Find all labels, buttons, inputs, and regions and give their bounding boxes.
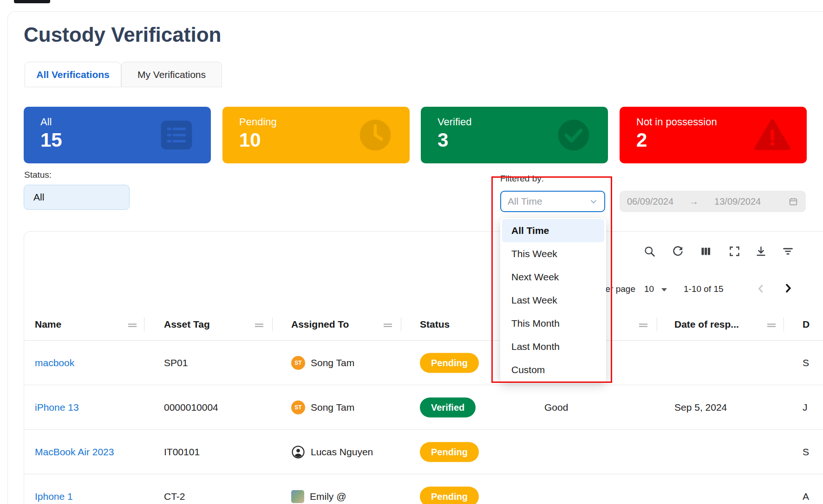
asset-tag-cell: CT-2 bbox=[164, 491, 185, 502]
date-to-value: 13/09/2024 bbox=[714, 196, 761, 207]
previous-page-icon[interactable] bbox=[754, 282, 767, 295]
table-row: iPhone 13 0000010004 ST Song Tam Verifie… bbox=[24, 385, 823, 430]
assigned-to-cell: Lucas Nguyen bbox=[291, 445, 373, 459]
filtered-by-value: All Time bbox=[508, 196, 542, 207]
date-from-value: 06/09/2024 bbox=[627, 196, 673, 207]
stat-card-pending[interactable]: Pending 10 bbox=[222, 107, 410, 163]
status-filter-value: All bbox=[33, 192, 44, 203]
person-icon bbox=[291, 445, 305, 459]
tab-all-verifications[interactable]: All Verifications bbox=[25, 62, 121, 87]
stat-label: Pending bbox=[239, 116, 277, 128]
menu-item-next-week[interactable]: Next Week bbox=[500, 265, 606, 289]
status-badge: Pending bbox=[420, 353, 479, 373]
column-header-status[interactable]: Status bbox=[420, 319, 450, 330]
status-badge: Pending bbox=[420, 442, 479, 462]
date-of-response-cell: Sep 5, 2024 bbox=[674, 402, 727, 413]
truncated-cell: S bbox=[803, 357, 809, 368]
stat-value: 3 bbox=[438, 129, 448, 151]
stat-card-verified[interactable]: Verified 3 bbox=[421, 107, 608, 163]
filter-icon[interactable] bbox=[782, 245, 794, 258]
download-icon[interactable] bbox=[755, 245, 767, 258]
status-cell: Verified bbox=[420, 397, 476, 417]
filtered-by-select[interactable]: All Time bbox=[500, 191, 605, 212]
assigned-to-cell: ST Song Tam bbox=[291, 401, 354, 414]
chevron-down-icon bbox=[588, 196, 599, 207]
column-header-name[interactable]: Name bbox=[35, 319, 61, 330]
search-icon[interactable] bbox=[643, 245, 656, 258]
check-circle-icon bbox=[555, 116, 592, 154]
avatar: ST bbox=[291, 401, 305, 414]
table-row: macbook SP01 ST Song Tam Pending S bbox=[24, 341, 823, 385]
date-range-picker[interactable]: 06/09/2024 → 13/09/2024 bbox=[620, 191, 806, 212]
asset-tag-cell: IT00101 bbox=[164, 446, 200, 458]
assigned-to-name: Song Tam bbox=[311, 357, 354, 368]
stat-card-all[interactable]: All 15 bbox=[24, 107, 211, 163]
assigned-to-name: Lucas Nguyen bbox=[311, 446, 373, 458]
column-divider bbox=[784, 317, 784, 331]
screen-edge-artifact bbox=[14, 0, 50, 3]
column-resize-handle-icon[interactable] bbox=[638, 322, 648, 327]
menu-item-all-time[interactable]: All Time bbox=[502, 219, 604, 242]
stat-value: 15 bbox=[40, 129, 62, 151]
pagination-range: 1-10 of 15 bbox=[684, 284, 724, 294]
page-title: Custody Verification bbox=[24, 23, 221, 46]
column-divider bbox=[657, 317, 657, 331]
assigned-to-cell: ST Song Tam bbox=[291, 356, 354, 370]
stat-value: 2 bbox=[636, 129, 647, 151]
table-row: MacBook Air 2023 IT00101 Lucas Nguyen Pe… bbox=[24, 430, 823, 474]
calendar-icon bbox=[788, 196, 798, 207]
assigned-to-cell: Emily @ bbox=[291, 490, 346, 503]
asset-name-link[interactable]: Iphone 1 bbox=[35, 491, 73, 502]
column-header-asset-tag[interactable]: Asset Tag bbox=[164, 319, 210, 330]
date-range-arrow: → bbox=[689, 196, 699, 207]
table-header-row: Name Asset Tag Assigned To Status Date o… bbox=[24, 308, 823, 341]
truncated-cell: S bbox=[803, 446, 809, 458]
column-divider bbox=[401, 317, 401, 331]
menu-item-this-month[interactable]: This Month bbox=[500, 312, 606, 335]
truncated-cell: A bbox=[803, 491, 809, 502]
asset-name-link[interactable]: iPhone 13 bbox=[35, 402, 79, 413]
avatar: ST bbox=[291, 356, 305, 370]
columns-icon[interactable] bbox=[699, 245, 712, 258]
table-row: Iphone 1 CT-2 Emily @ Pending A bbox=[24, 474, 823, 504]
refresh-icon[interactable] bbox=[672, 245, 684, 258]
asset-name-link[interactable]: macbook bbox=[35, 357, 74, 368]
tab-my-verifications[interactable]: My Verifications bbox=[121, 62, 222, 87]
menu-item-last-month[interactable]: Last Month bbox=[500, 335, 606, 358]
warning-triangle-icon bbox=[754, 116, 791, 154]
page-size-caret-icon[interactable] bbox=[661, 288, 667, 291]
list-icon bbox=[158, 116, 195, 154]
status-cell: Pending bbox=[420, 353, 479, 373]
filter-dropdown-menu: All Time This Week Next Week Last Week T… bbox=[500, 218, 606, 382]
column-resize-handle-icon[interactable] bbox=[254, 322, 264, 327]
status-badge: Verified bbox=[420, 397, 476, 417]
menu-item-custom[interactable]: Custom bbox=[500, 358, 606, 381]
column-resize-handle-icon[interactable] bbox=[766, 322, 777, 327]
status-cell: Pending bbox=[420, 486, 479, 504]
column-header-truncated[interactable]: D bbox=[803, 319, 810, 330]
asset-tag-cell: SP01 bbox=[164, 357, 188, 368]
menu-item-last-week[interactable]: Last Week bbox=[500, 289, 606, 312]
page-size-select[interactable]: 10 bbox=[644, 284, 654, 294]
stat-card-not-in-possession[interactable]: Not in possession 2 bbox=[620, 107, 807, 163]
fullscreen-icon[interactable] bbox=[728, 245, 741, 258]
custody-verification-page: Custody Verification All Verifications M… bbox=[0, 0, 823, 504]
assigned-to-name: Emily @ bbox=[310, 491, 346, 502]
stat-value: 10 bbox=[239, 129, 261, 151]
status-filter-select[interactable]: All bbox=[24, 185, 130, 210]
photo-avatar bbox=[291, 490, 304, 503]
status-filter-label: Status: bbox=[24, 170, 52, 180]
stat-label: All bbox=[40, 116, 52, 128]
column-header-assigned-to[interactable]: Assigned To bbox=[291, 319, 349, 330]
column-resize-handle-icon[interactable] bbox=[127, 322, 137, 327]
status-badge: Pending bbox=[420, 486, 479, 504]
column-divider bbox=[272, 317, 273, 331]
condition-cell: Good bbox=[544, 402, 568, 413]
asset-name-link[interactable]: MacBook Air 2023 bbox=[35, 446, 114, 458]
column-resize-handle-icon[interactable] bbox=[383, 322, 393, 327]
next-page-icon[interactable] bbox=[781, 281, 795, 295]
menu-item-this-week[interactable]: This Week bbox=[500, 242, 606, 265]
column-header-date-of-response[interactable]: Date of resp... bbox=[674, 319, 739, 330]
stat-label: Not in possession bbox=[636, 116, 717, 128]
stat-label: Verified bbox=[438, 116, 471, 128]
